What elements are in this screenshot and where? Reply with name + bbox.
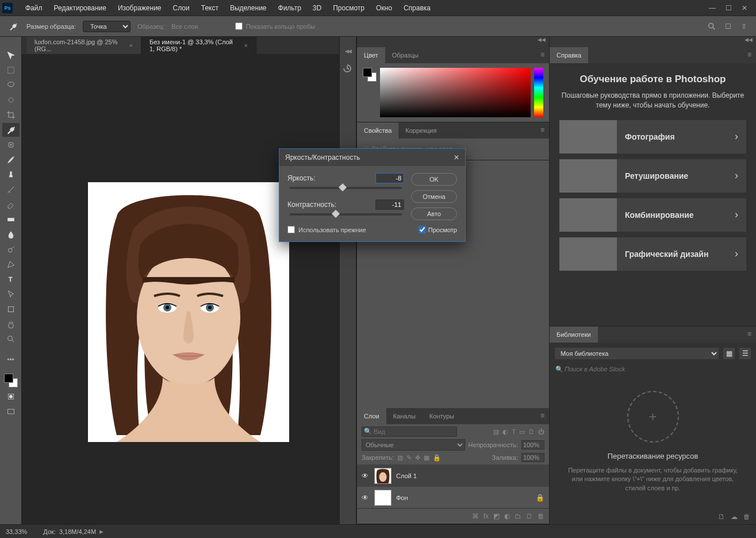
eyedropper-icon[interactable] xyxy=(7,20,20,33)
trash-icon[interactable]: 🗑 xyxy=(743,513,750,521)
panel-menu-icon[interactable]: ≡ xyxy=(536,122,549,139)
tab-channels[interactable]: Каналы xyxy=(386,408,423,424)
screen-mode-icon[interactable] xyxy=(2,405,20,418)
tab-layers[interactable]: Слои xyxy=(357,408,386,424)
blend-mode-select[interactable]: Обычные xyxy=(362,439,465,451)
learn-item-photography[interactable]: Фотография › xyxy=(559,120,747,154)
ok-button[interactable]: OK xyxy=(411,173,457,186)
trash-icon[interactable]: 🗑 xyxy=(538,512,544,520)
panel-menu-icon[interactable]: ≡ xyxy=(536,408,549,424)
brightness-input[interactable] xyxy=(375,173,404,183)
path-select-tool[interactable] xyxy=(2,287,20,301)
stamp-tool[interactable] xyxy=(2,168,20,182)
tab-libraries[interactable]: Библиотеки xyxy=(550,326,598,343)
gradient-tool[interactable] xyxy=(2,213,20,226)
lock-icon[interactable]: 🔒 xyxy=(536,494,544,502)
layer-item[interactable]: 👁 Фон 🔒 xyxy=(357,486,549,508)
document-tab[interactable]: Без имени-1 @ 33,3% (Слой 1, RGB/8) * × xyxy=(141,37,256,54)
tab-color[interactable]: Цвет xyxy=(357,47,385,63)
panel-menu-icon[interactable]: ≡ xyxy=(536,47,549,63)
filter-smart-icon[interactable]: 🗋 xyxy=(528,428,535,436)
brush-tool[interactable] xyxy=(2,153,20,167)
filter-shape-icon[interactable]: ▭ xyxy=(519,428,525,436)
color-field[interactable] xyxy=(380,68,531,117)
menu-edit[interactable]: Редактирование xyxy=(48,1,112,16)
drop-zone-icon[interactable]: + xyxy=(627,391,679,443)
eraser-tool[interactable] xyxy=(2,198,20,212)
menu-image[interactable]: Изображение xyxy=(112,1,167,16)
lock-all-icon[interactable]: 🔒 xyxy=(433,454,441,462)
blur-tool[interactable] xyxy=(2,228,20,241)
layers-filter-input[interactable] xyxy=(362,426,457,437)
contrast-input[interactable] xyxy=(375,199,404,210)
eyedropper-tool[interactable] xyxy=(2,123,20,137)
menu-3d[interactable]: 3D xyxy=(307,1,327,16)
show-ring-checkbox[interactable]: Показать кольцо пробы xyxy=(235,22,316,30)
contrast-slider[interactable] xyxy=(290,213,402,216)
history-icon[interactable] xyxy=(342,63,354,75)
new-layer-icon[interactable]: 🗋 xyxy=(526,512,533,520)
shape-tool[interactable] xyxy=(2,302,20,316)
close-icon[interactable]: × xyxy=(244,42,248,49)
visibility-icon[interactable]: 👁 xyxy=(362,472,370,480)
search-icon[interactable] xyxy=(707,21,717,32)
group-icon[interactable]: 🗀 xyxy=(515,512,521,520)
library-search-input[interactable] xyxy=(554,363,751,375)
close-icon[interactable]: × xyxy=(129,42,133,49)
filter-pixel-icon[interactable]: ▧ xyxy=(493,428,499,436)
edit-toolbar-icon[interactable]: ••• xyxy=(2,353,20,367)
layer-fx-icon[interactable]: fx xyxy=(483,512,489,520)
color-swatch-pair[interactable] xyxy=(363,68,377,82)
list-view-icon[interactable]: ☰ xyxy=(739,347,751,360)
use-legacy-checkbox[interactable]: Использовать прежние xyxy=(287,226,404,233)
panel-menu-icon[interactable]: ≡ xyxy=(743,326,756,343)
filter-type-icon[interactable]: T xyxy=(512,428,516,436)
menu-file[interactable]: Файл xyxy=(20,1,48,16)
hand-tool[interactable] xyxy=(2,317,20,331)
lock-paint-icon[interactable]: ✎ xyxy=(406,454,412,462)
panel-menu-icon[interactable]: ≡ xyxy=(743,47,756,63)
window-maximize-icon[interactable]: ☐ xyxy=(724,3,733,13)
fill-input[interactable] xyxy=(521,453,544,462)
share-icon[interactable]: ⇧ xyxy=(739,21,749,32)
foreground-background-swatch[interactable] xyxy=(3,372,19,389)
tab-adjustments[interactable]: Коррекция xyxy=(398,122,443,139)
menu-filter[interactable]: Фильтр xyxy=(273,1,307,16)
heal-tool[interactable] xyxy=(2,138,20,152)
link-layers-icon[interactable]: ⌘ xyxy=(472,512,479,520)
adjustment-layer-icon[interactable]: ◐ xyxy=(504,512,510,520)
menu-select[interactable]: Выделение xyxy=(224,1,273,16)
layer-thumbnail[interactable] xyxy=(374,490,392,506)
collapse-panels-icon[interactable]: ◀◀ xyxy=(357,37,549,47)
chevron-right-icon[interactable]: ▶ xyxy=(99,529,103,535)
library-select[interactable]: Моя библиотека xyxy=(554,347,719,360)
lock-artboard-icon[interactable]: ▦ xyxy=(424,454,429,462)
lasso-tool[interactable] xyxy=(2,78,20,92)
collapse-panels-icon[interactable]: ◀◀ xyxy=(345,48,351,54)
move-tool[interactable] xyxy=(2,48,20,62)
zoom-tool[interactable] xyxy=(2,332,20,346)
crop-tool[interactable] xyxy=(2,108,20,122)
hue-slider[interactable] xyxy=(534,68,543,117)
marquee-tool[interactable] xyxy=(2,63,20,77)
learn-item-graphic-design[interactable]: Графический дизайн › xyxy=(559,237,747,271)
dodge-tool[interactable] xyxy=(2,243,20,256)
opacity-input[interactable] xyxy=(521,440,544,449)
menu-help[interactable]: Справка xyxy=(398,1,436,16)
collapse-panels-icon[interactable]: ◀◀ xyxy=(550,37,756,47)
menu-view[interactable]: Просмотр xyxy=(327,1,370,16)
learn-item-retouch[interactable]: Ретуширование › xyxy=(559,159,747,193)
dialog-titlebar[interactable]: Яркость/Контрастность ✕ xyxy=(279,149,465,166)
window-minimize-icon[interactable]: — xyxy=(708,3,717,13)
filter-adjust-icon[interactable]: ◐ xyxy=(502,428,508,436)
cancel-button[interactable]: Отмена xyxy=(411,190,457,203)
lock-pixels-icon[interactable]: ▧ xyxy=(397,454,403,462)
document-tab[interactable]: luxfon.com-21458.jpg @ 25% (RG... × xyxy=(26,37,141,54)
brightness-slider[interactable] xyxy=(290,187,402,189)
type-tool[interactable]: T xyxy=(2,272,20,286)
tab-learn[interactable]: Справка xyxy=(550,47,588,63)
window-close-icon[interactable]: ✕ xyxy=(740,3,749,13)
add-asset-icon[interactable]: 🗋 xyxy=(718,513,725,521)
lock-move-icon[interactable]: ✥ xyxy=(415,454,420,462)
menu-window[interactable]: Окно xyxy=(370,1,398,16)
